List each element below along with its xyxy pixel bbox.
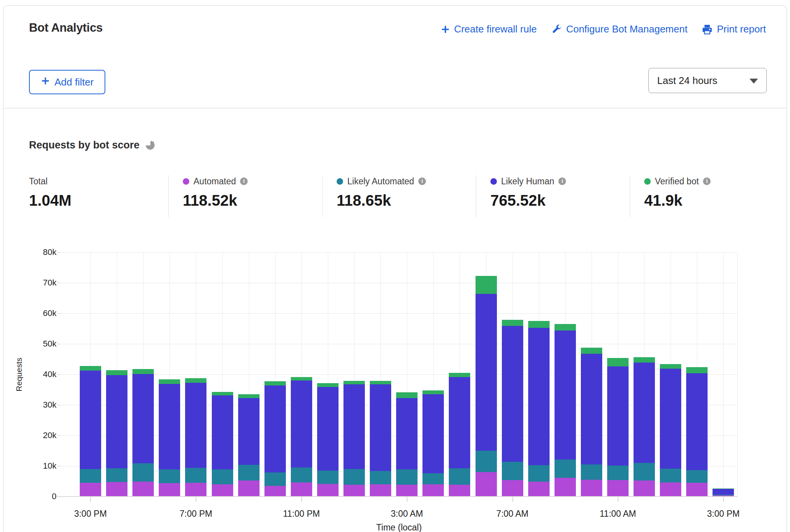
bar-segment-likely-automated[interactable] [264,472,286,486]
bar-segment-automated[interactable] [80,483,101,496]
bar-segment-likely-automated[interactable] [396,469,418,485]
bar-segment-likely-automated[interactable] [185,468,206,482]
bar-segment-likely-human[interactable] [422,394,444,473]
bar-segment-automated[interactable] [607,480,629,496]
bar-segment-automated[interactable] [106,482,127,496]
bar-segment-automated[interactable] [396,485,418,496]
info-icon[interactable]: i [703,177,711,185]
bar-segment-verified-bot[interactable] [238,394,260,398]
bar-stack[interactable] [80,366,101,496]
configure-bot-management-link[interactable]: Configure Bot Management [551,23,687,35]
bar-stack[interactable] [238,394,260,496]
bar-stack[interactable] [528,321,550,496]
bar-stack[interactable] [686,367,708,496]
bar-segment-verified-bot[interactable] [132,369,154,374]
bar-segment-likely-human[interactable] [502,326,523,462]
bar-stack[interactable] [660,364,681,496]
bar-stack[interactable] [634,357,655,496]
bar-segment-verified-bot[interactable] [555,324,576,330]
bar-segment-automated[interactable] [291,482,312,496]
bar-stack[interactable] [396,392,418,496]
bar-segment-verified-bot[interactable] [317,383,339,387]
info-icon[interactable]: i [418,177,426,185]
bar-segment-automated[interactable] [317,484,339,496]
bar-stack[interactable] [132,369,154,496]
bar-segment-verified-bot[interactable] [660,364,681,369]
bar-stack[interactable] [343,381,365,496]
bar-segment-likely-human[interactable] [449,377,470,468]
bar-segment-automated[interactable] [581,480,602,496]
bar-segment-verified-bot[interactable] [159,379,180,384]
bar-segment-verified-bot[interactable] [607,358,629,366]
bar-stack[interactable] [370,381,391,496]
bar-stack[interactable] [264,381,286,496]
bar-segment-likely-automated[interactable] [607,466,629,480]
bar-segment-automated[interactable] [528,482,550,496]
bar-segment-likely-human[interactable] [212,395,233,469]
bar-segment-likely-automated[interactable] [528,465,550,481]
bar-segment-automated[interactable] [660,482,681,496]
bar-segment-verified-bot[interactable] [264,381,286,385]
bar-segment-likely-human[interactable] [264,385,286,472]
bar-segment-verified-bot[interactable] [449,373,470,377]
bar-stack[interactable] [476,276,497,496]
bar-segment-likely-automated[interactable] [106,468,127,482]
bar-segment-likely-human[interactable] [634,363,655,463]
bar-segment-likely-human[interactable] [370,384,391,471]
bar-segment-likely-automated[interactable] [132,463,154,481]
bar-stack[interactable] [185,378,206,496]
bar-stack[interactable] [159,379,180,496]
bar-segment-verified-bot[interactable] [106,370,127,376]
bar-segment-likely-automated[interactable] [502,462,523,480]
bar-segment-likely-automated[interactable] [80,469,101,483]
bar-segment-likely-human[interactable] [396,398,418,469]
bar-segment-automated[interactable] [159,483,180,496]
bar-stack[interactable] [713,488,734,496]
bar-segment-likely-human[interactable] [476,294,497,451]
bar-segment-verified-bot[interactable] [476,276,497,294]
bar-segment-verified-bot[interactable] [686,367,708,373]
bar-stack[interactable] [317,383,339,496]
bar-segment-likely-automated[interactable] [317,471,339,484]
bar-segment-likely-human[interactable] [581,354,602,464]
bar-stack[interactable] [581,348,602,496]
bar-segment-likely-human[interactable] [686,373,708,470]
bar-segment-likely-human[interactable] [185,383,206,468]
bar-segment-automated[interactable] [264,486,286,496]
bar-segment-likely-automated[interactable] [660,469,681,482]
bar-segment-likely-human[interactable] [555,330,576,459]
bar-segment-verified-bot[interactable] [343,381,365,385]
bar-segment-automated[interactable] [476,472,497,496]
bar-segment-likely-human[interactable] [713,489,734,495]
bar-segment-verified-bot[interactable] [185,378,206,383]
bar-stack[interactable] [555,324,576,496]
bar-segment-automated[interactable] [555,478,576,496]
bar-segment-likely-automated[interactable] [422,473,444,484]
bar-segment-likely-human[interactable] [343,384,365,469]
bar-segment-likely-automated[interactable] [159,469,180,484]
bar-segment-likely-automated[interactable] [555,459,576,478]
bar-segment-verified-bot[interactable] [528,321,550,328]
bar-segment-likely-human[interactable] [291,380,312,468]
bar-segment-verified-bot[interactable] [291,377,312,380]
bar-segment-likely-human[interactable] [317,387,339,471]
bar-segment-likely-human[interactable] [106,375,127,468]
bar-segment-likely-human[interactable] [660,369,681,469]
bar-segment-likely-automated[interactable] [476,451,497,472]
bar-segment-likely-human[interactable] [238,398,260,464]
bar-segment-verified-bot[interactable] [422,390,444,394]
bar-segment-likely-automated[interactable] [370,471,391,485]
bar-segment-automated[interactable] [370,484,391,496]
bar-segment-verified-bot[interactable] [581,348,602,354]
bar-segment-automated[interactable] [185,483,206,496]
bar-segment-automated[interactable] [634,480,655,496]
bar-segment-automated[interactable] [449,485,470,496]
bar-segment-likely-human[interactable] [159,384,180,469]
bar-segment-verified-bot[interactable] [502,320,523,326]
add-filter-button[interactable]: Add filter [29,70,105,94]
bar-stack[interactable] [502,320,523,496]
bar-segment-automated[interactable] [238,480,260,496]
bar-segment-likely-human[interactable] [132,374,154,463]
bar-stack[interactable] [449,373,470,496]
info-icon[interactable]: i [558,177,566,185]
